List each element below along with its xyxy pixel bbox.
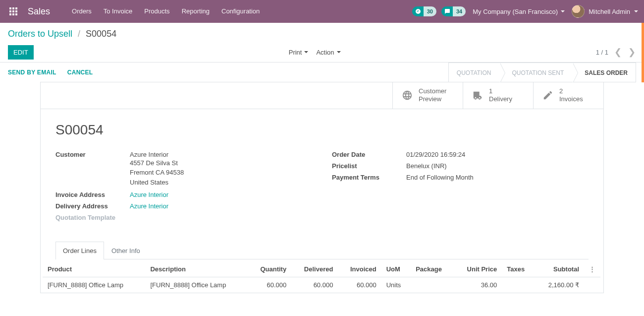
breadcrumb-current: S00054: [86, 29, 116, 39]
label-order-date: Order Date: [332, 151, 406, 158]
col-unit-price[interactable]: Unit Price: [454, 261, 502, 277]
col-invoiced[interactable]: Invoiced: [338, 261, 381, 277]
menu-products[interactable]: Products: [138, 0, 175, 23]
pager-next[interactable]: ❯: [627, 48, 636, 57]
delivery-count: 1: [489, 87, 512, 95]
top-navbar: Sales Orders To Invoice Products Reporti…: [0, 0, 644, 23]
pencil-square-icon: [542, 90, 553, 101]
customer-country: United States: [130, 178, 184, 188]
svg-rect-6: [9, 13, 11, 15]
breadcrumb-parent[interactable]: Orders to Upsell: [8, 29, 72, 39]
svg-rect-8: [15, 13, 17, 15]
menu-orders[interactable]: Orders: [66, 0, 98, 23]
scrollbar[interactable]: [642, 23, 644, 82]
timer-count: 30: [424, 6, 436, 16]
col-uom[interactable]: UoM: [381, 261, 411, 277]
discuss-badge[interactable]: 34: [441, 6, 466, 16]
col-quantity[interactable]: Quantity: [248, 261, 291, 277]
col-delivered[interactable]: Delivered: [291, 261, 338, 277]
svg-rect-5: [15, 10, 17, 12]
col-description[interactable]: Description: [145, 261, 248, 277]
svg-rect-4: [12, 10, 14, 12]
customer-preview-button[interactable]: CustomerPreview: [392, 82, 463, 109]
form-sheet: CustomerPreview 1Delivery 2Invoices S000…: [40, 82, 604, 293]
timer-badge[interactable]: 30: [412, 6, 436, 16]
discuss-count: 34: [453, 6, 466, 16]
col-taxes[interactable]: Taxes: [502, 261, 535, 277]
control-panel: Orders to Upsell / S00054 EDIT Print Act…: [0, 23, 644, 62]
col-options-icon[interactable]: ⋮: [584, 261, 600, 277]
tab-other-info[interactable]: Other Info: [104, 242, 148, 259]
menu-to-invoice[interactable]: To Invoice: [98, 0, 139, 23]
label-quotation-template: Quotation Template: [55, 214, 130, 221]
edit-button[interactable]: EDIT: [8, 45, 34, 60]
chevron-down-icon: [337, 51, 341, 53]
status-sales-order[interactable]: SALES ORDER: [573, 63, 636, 82]
col-subtotal[interactable]: Subtotal: [535, 261, 584, 277]
action-dropdown[interactable]: Action: [316, 49, 340, 56]
label-invoice-address: Invoice Address: [55, 191, 130, 198]
pager-prev[interactable]: ❮: [613, 48, 622, 57]
company-name: My Company (San Francisco): [473, 8, 558, 15]
label-pricelist: Pricelist: [332, 162, 406, 170]
customer-street: 4557 De Silva St: [130, 158, 184, 168]
svg-rect-2: [15, 7, 17, 9]
truck-icon: [472, 90, 483, 101]
order-name: S00054: [41, 109, 603, 149]
label-customer: Customer: [55, 151, 130, 158]
svg-rect-7: [12, 13, 14, 15]
pager-position: 1 / 1: [596, 49, 608, 56]
table-row[interactable]: [FURN_8888] Office Lamp [FURN_8888] Offi…: [43, 277, 600, 293]
status-arrows: QUOTATION QUOTATION SENT SALES ORDER: [448, 63, 636, 82]
company-switcher[interactable]: My Company (San Francisco): [471, 8, 567, 15]
delivery-address-link[interactable]: Azure Interior: [130, 202, 168, 210]
invoices-button[interactable]: 2Invoices: [533, 82, 603, 109]
brand[interactable]: Sales: [25, 6, 57, 17]
order-date-value: 01/29/2020 16:59:24: [406, 151, 465, 158]
tab-order-lines[interactable]: Order Lines: [55, 242, 104, 259]
stat-buttons: CustomerPreview 1Delivery 2Invoices: [41, 82, 603, 109]
avatar: [572, 5, 585, 18]
apps-icon[interactable]: [2, 0, 25, 23]
col-package[interactable]: Package: [411, 261, 454, 277]
status-quotation-sent[interactable]: QUOTATION SENT: [500, 63, 573, 82]
status-quotation[interactable]: QUOTATION: [448, 63, 500, 82]
chat-icon: [441, 6, 453, 16]
svg-rect-3: [9, 10, 11, 12]
main-menu: Orders To Invoice Products Reporting Con…: [66, 0, 266, 23]
globe-icon: [402, 90, 413, 101]
customer-link[interactable]: Azure Interior: [130, 151, 184, 158]
svg-rect-1: [12, 7, 14, 9]
chevron-down-icon: [304, 51, 308, 53]
customer-city: Fremont CA 94538: [130, 168, 184, 178]
chevron-down-icon: [561, 10, 565, 12]
user-name: Mitchell Admin: [589, 8, 630, 15]
breadcrumb: Orders to Upsell / S00054: [8, 29, 636, 39]
chevron-down-icon: [634, 10, 638, 12]
cancel-button[interactable]: CANCEL: [67, 69, 93, 76]
label-delivery-address: Delivery Address: [55, 202, 130, 210]
clock-icon: [412, 6, 424, 16]
invoice-address-link[interactable]: Azure Interior: [130, 191, 168, 198]
col-product[interactable]: Product: [43, 261, 145, 277]
menu-configuration[interactable]: Configuration: [215, 0, 266, 23]
label-payment-terms: Payment Terms: [332, 174, 406, 181]
payment-terms-value: End of Following Month: [406, 174, 474, 181]
user-menu[interactable]: Mitchell Admin: [572, 5, 638, 18]
print-dropdown[interactable]: Print: [289, 49, 309, 56]
delivery-button[interactable]: 1Delivery: [463, 82, 533, 109]
invoices-count: 2: [559, 87, 583, 95]
send-by-email-button[interactable]: SEND BY EMAIL: [8, 69, 56, 76]
svg-rect-0: [9, 7, 11, 9]
menu-reporting[interactable]: Reporting: [176, 0, 215, 23]
order-lines-table: Product Description Quantity Delivered I…: [43, 261, 600, 293]
pager: 1 / 1 ❮ ❯: [596, 48, 636, 57]
form-tabs: Order Lines Other Info: [55, 241, 589, 259]
pricelist-value: Benelux (INR): [406, 162, 447, 170]
status-bar: SEND BY EMAIL CANCEL QUOTATION QUOTATION…: [0, 62, 644, 82]
